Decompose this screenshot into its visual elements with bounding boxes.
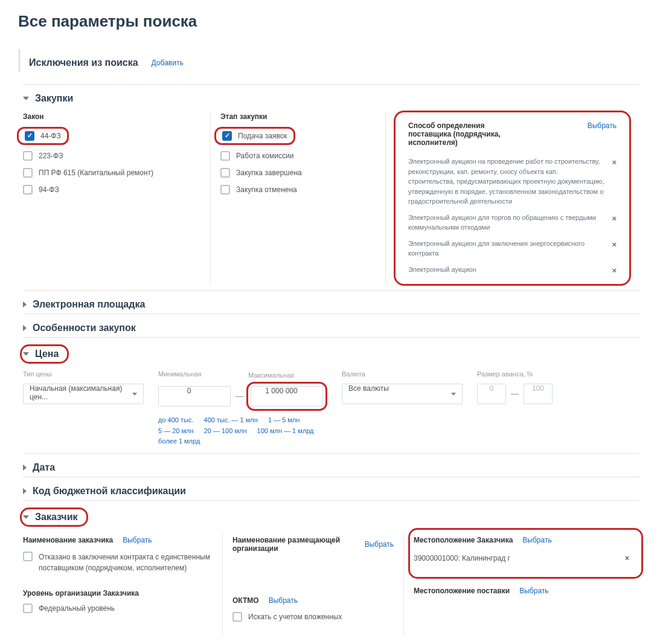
location-select[interactable]: Выбрать — [522, 536, 551, 544]
platform-header[interactable]: Электронная площадка — [23, 299, 639, 310]
law-checkbox-44fz[interactable]: 44-ФЗ — [25, 131, 61, 141]
remove-icon[interactable]: × — [612, 239, 617, 251]
supplier-title: Способ определения поставщика (подрядчик… — [408, 121, 529, 147]
purchases-header[interactable]: Закупки — [23, 93, 639, 104]
supplier-item: Электронный аукцион для заключения энерг… — [408, 237, 617, 263]
price-max-label: Максимальная — [248, 372, 294, 379]
chevron-down-icon — [23, 352, 29, 356]
remove-icon[interactable]: × — [612, 265, 617, 277]
chevron-right-icon — [23, 325, 27, 331]
preset-link[interactable]: 400 тыс. — 1 млн — [204, 416, 258, 423]
price-type-select[interactable]: Начальная (максимальная) цен... — [23, 384, 144, 404]
checkbox-icon — [23, 552, 33, 561]
remove-icon[interactable]: × — [625, 554, 629, 562]
section-platform: Электронная площадка — [23, 290, 639, 314]
preset-link[interactable]: 5 — 20 млн — [158, 427, 194, 434]
org-level-label: Уровень организации Заказчика — [23, 589, 213, 597]
preset-link[interactable]: 100 млн — 1 млрд — [257, 427, 314, 434]
chevron-right-icon — [23, 301, 27, 308]
stage-checkbox-submit[interactable]: Подача заявок — [222, 131, 287, 141]
section-exclusions: Исключения из поиска Добавить — [18, 49, 639, 72]
exclusions-add-link[interactable]: Добавить — [152, 59, 184, 67]
advance-label: Размер аванса, % — [477, 370, 553, 378]
price-type-label: Тип цены — [23, 370, 144, 378]
checkbox-icon — [25, 131, 34, 141]
stage-checkbox-commission[interactable]: Работа комиссии — [220, 151, 376, 161]
section-price: Цена Тип цены Начальная (максимальная) ц… — [23, 337, 639, 453]
stage-checkbox-cancelled[interactable]: Закупка отменена — [220, 185, 376, 195]
stage-label: Этап закупки — [220, 112, 376, 121]
remove-icon[interactable]: × — [612, 213, 617, 225]
supplier-panel: Способ определения поставщика (подрядчик… — [396, 112, 629, 284]
currency-label: Валюта — [342, 370, 463, 378]
checkbox-icon — [23, 604, 33, 613]
price-presets: до 400 тыс. 400 тыс. — 1 млн 1 — 5 млн 5… — [158, 415, 327, 447]
supplier-item: Электронный аукцион для торгов по обраще… — [408, 211, 617, 237]
purchases-title: Закупки — [35, 93, 73, 104]
law-checkbox-94fz[interactable]: 94-ФЗ — [23, 185, 200, 195]
stage-checkbox-completed[interactable]: Закупка завершена — [220, 168, 376, 178]
checkbox-icon — [220, 185, 230, 195]
location-item: 39000001000: Калининград г × — [414, 552, 629, 565]
delivery-label: Местоположение поставки — [414, 587, 510, 595]
law-checkbox-pp615[interactable]: ПП РФ 615 (Капитальный ремонт) — [23, 168, 200, 178]
customer-name-label: Наименование заказчика — [23, 536, 113, 544]
section-date: Дата — [23, 453, 639, 477]
range-dash: — — [231, 386, 248, 407]
law-label: Закон — [23, 112, 200, 121]
chevron-down-icon — [23, 515, 29, 519]
supplier-select-link[interactable]: Выбрать — [588, 121, 617, 130]
section-customer: Заказчик Наименование заказчика Выбрать … — [23, 500, 639, 641]
date-header[interactable]: Дата — [23, 462, 639, 473]
delivery-select[interactable]: Выбрать — [519, 587, 548, 595]
currency-select[interactable]: Все валюты — [342, 384, 463, 404]
preset-link[interactable]: до 400 тыс. — [158, 416, 194, 423]
checkbox-icon — [220, 168, 230, 178]
checkbox-icon — [23, 151, 33, 161]
price-header[interactable]: Цена — [23, 349, 59, 359]
preset-link[interactable]: 1 — 5 млн — [268, 416, 300, 423]
checkbox-icon — [23, 168, 33, 178]
law-checkbox-223fz[interactable]: 223-ФЗ — [23, 151, 200, 161]
section-features: Особенности закупок — [23, 314, 639, 337]
preset-link[interactable]: 20 — 100 млн — [204, 427, 247, 434]
level-federal-checkbox[interactable]: Федеральный уровень — [23, 604, 213, 613]
checkbox-icon — [222, 131, 232, 141]
price-min-input[interactable]: 0 — [158, 386, 231, 407]
nested-checkbox[interactable]: Искать с учетом вложенных — [232, 612, 394, 622]
preset-link[interactable]: более 1 млрд — [158, 437, 200, 445]
exclusions-header: Исключения из поиска Добавить — [29, 57, 639, 68]
price-max-input[interactable]: 1 000 000 — [251, 386, 323, 407]
refused-checkbox[interactable]: Отказано в заключении контракта с единст… — [23, 552, 213, 573]
exclusions-title: Исключения из поиска — [29, 57, 138, 68]
advance-max-input[interactable]: 100 — [524, 384, 553, 404]
kbk-header[interactable]: Код бюджетной классификации — [23, 486, 639, 497]
remove-icon[interactable]: × — [612, 156, 617, 169]
checkbox-icon — [23, 185, 33, 195]
price-min-label: Минимальная — [158, 370, 327, 378]
advance-min-input[interactable]: 0 — [477, 384, 506, 404]
customer-header[interactable]: Заказчик — [23, 512, 78, 523]
chevron-right-icon — [23, 488, 27, 494]
supplier-item: Электронный аукцион на проведение работ … — [408, 155, 617, 211]
oktmo-label: ОКТМО — [232, 596, 259, 605]
features-header[interactable]: Особенности закупок — [23, 323, 639, 333]
customer-name-select[interactable]: Выбрать — [123, 536, 152, 544]
supplier-item: Электронный аукцион × — [408, 263, 617, 282]
section-kbk: Код бюджетной классификации — [23, 477, 639, 500]
page-title: Все параметры поиска — [18, 12, 639, 31]
placing-org-select[interactable]: Выбрать — [365, 540, 394, 549]
checkbox-icon — [220, 151, 230, 161]
range-dash: — — [506, 384, 524, 404]
placing-org-label: Наименование размещающей организации — [232, 536, 355, 553]
oktmo-select[interactable]: Выбрать — [269, 596, 298, 605]
checkbox-icon — [232, 612, 242, 622]
chevron-down-icon — [23, 97, 29, 100]
section-purchases: Закупки Закон 44-ФЗ 223-ФЗ ПП РФ 615 (Ка… — [23, 84, 639, 290]
chevron-right-icon — [23, 465, 27, 471]
location-label: Местоположение Заказчика — [414, 536, 513, 544]
